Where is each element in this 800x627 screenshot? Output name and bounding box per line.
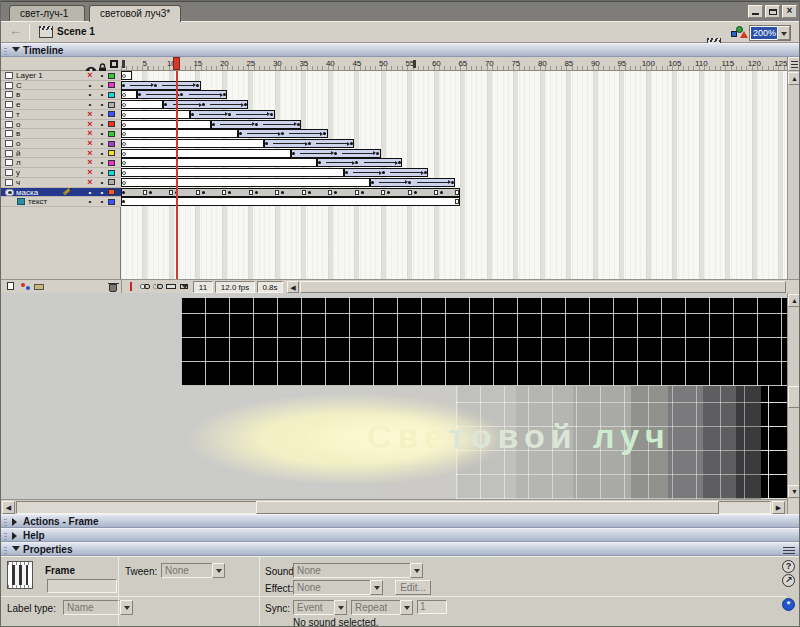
frame-track-маска[interactable] xyxy=(121,188,787,198)
insert-layer-button[interactable] xyxy=(5,281,18,292)
layer-hidden-toggle[interactable]: × xyxy=(85,71,95,80)
restore-button[interactable] xyxy=(765,5,780,18)
keyframe[interactable] xyxy=(122,84,125,87)
frame-track-ч[interactable] xyxy=(121,178,787,188)
onion-skin-button[interactable] xyxy=(139,281,152,292)
vscroll-thumb[interactable] xyxy=(788,386,800,408)
effect-select[interactable]: None xyxy=(293,580,383,595)
frame-track-в[interactable] xyxy=(121,129,787,139)
stage-vertical-scrollbar[interactable]: ▲ ▼ xyxy=(787,293,800,514)
frame-view-menu-button[interactable] xyxy=(788,57,800,71)
empty-keyframe[interactable] xyxy=(122,123,126,127)
empty-keyframe[interactable] xyxy=(122,74,126,78)
frame-track-л[interactable] xyxy=(121,158,787,168)
edit-multiple-frames-button[interactable] xyxy=(165,281,178,292)
zoom-dropdown-arrow[interactable] xyxy=(777,26,790,40)
keyframe[interactable] xyxy=(191,113,194,116)
empty-keyframe[interactable] xyxy=(122,113,126,117)
add-motion-guide-button[interactable] xyxy=(19,281,32,292)
keyframe[interactable] xyxy=(281,191,284,194)
hscroll-thumb[interactable] xyxy=(256,501,719,514)
layer-hidden-toggle[interactable]: × xyxy=(85,120,95,129)
minimize-button[interactable] xyxy=(748,5,763,18)
frame-span[interactable] xyxy=(121,197,460,206)
frame-span[interactable] xyxy=(121,178,370,187)
document-tab[interactable]: свет-луч-1 xyxy=(9,5,85,22)
frame-span[interactable] xyxy=(121,139,264,148)
blank-keyframe[interactable] xyxy=(434,190,438,195)
frame-track-Layer 1[interactable] xyxy=(121,71,787,81)
blank-keyframe[interactable] xyxy=(143,190,147,195)
keyframe[interactable] xyxy=(196,84,199,87)
layer-row-е[interactable]: е•• xyxy=(1,100,121,110)
keyframe[interactable] xyxy=(255,123,258,126)
sound-loop-select[interactable]: Repeat xyxy=(351,600,413,615)
onion-skin-outlines-button[interactable] xyxy=(152,281,165,292)
keyframe[interactable] xyxy=(350,142,353,145)
frame-rate-indicator[interactable]: 12.0 fps xyxy=(215,281,255,293)
keyframe[interactable] xyxy=(212,123,215,126)
frame-track-т[interactable] xyxy=(121,110,787,120)
empty-keyframe[interactable] xyxy=(122,142,126,146)
keyframe[interactable] xyxy=(228,113,231,116)
layer-row-л[interactable]: л×• xyxy=(1,158,121,168)
keyframe[interactable] xyxy=(382,171,385,174)
accessibility-icon[interactable]: * xyxy=(782,598,795,611)
edit-symbols-icon[interactable] xyxy=(731,26,747,39)
layer-visible-toggle[interactable]: • xyxy=(85,90,95,99)
blank-keyframe[interactable] xyxy=(355,190,359,195)
layer-outline-color[interactable] xyxy=(108,141,115,147)
delete-layer-trash-icon[interactable] xyxy=(107,281,120,292)
frame-span[interactable] xyxy=(121,120,211,129)
close-button[interactable]: × xyxy=(782,5,797,18)
panel-menu-icon[interactable] xyxy=(783,545,795,555)
layer-visible-toggle[interactable]: • xyxy=(85,197,95,206)
loop-count-input[interactable]: 1 xyxy=(417,600,447,614)
blank-keyframe[interactable] xyxy=(455,190,459,195)
layer-outline-color[interactable] xyxy=(108,73,115,79)
keyframe[interactable] xyxy=(255,191,258,194)
layer-hidden-toggle[interactable]: × xyxy=(85,149,95,158)
onion-start-marker[interactable] xyxy=(122,60,125,68)
keyframe[interactable] xyxy=(361,191,364,194)
keyframe[interactable] xyxy=(122,191,125,194)
timeline-hscroll-thumb[interactable] xyxy=(300,281,786,293)
onion-end-marker[interactable] xyxy=(413,60,416,68)
stage-work-area[interactable]: Световой луч ◀ ▶ ▲ ▼ xyxy=(1,293,800,514)
actions-panel-bar[interactable]: Actions - Frame xyxy=(1,514,800,528)
frame-span[interactable] xyxy=(121,110,190,119)
blank-keyframe[interactable] xyxy=(455,199,459,204)
empty-keyframe[interactable] xyxy=(122,132,126,136)
frame-track-о[interactable] xyxy=(121,120,787,130)
layer-row-т[interactable]: т×• xyxy=(1,110,121,120)
layer-lock-toggle[interactable]: • xyxy=(97,197,107,206)
frame-track-в[interactable] xyxy=(121,90,787,100)
frame-span[interactable] xyxy=(121,100,163,109)
layer-outline-color[interactable] xyxy=(108,199,115,205)
zoom-level-select[interactable]: 200% xyxy=(749,25,791,41)
back-arrow-icon[interactable]: ← xyxy=(9,23,22,38)
scene-name[interactable]: Scene 1 xyxy=(57,26,95,37)
scroll-left-button[interactable]: ◀ xyxy=(2,501,15,514)
keyframe[interactable] xyxy=(202,191,205,194)
center-frame-button[interactable] xyxy=(125,281,138,292)
empty-keyframe[interactable] xyxy=(122,171,126,175)
empty-keyframe[interactable] xyxy=(122,181,126,185)
keyframe[interactable] xyxy=(387,191,390,194)
keyframe[interactable] xyxy=(371,181,374,184)
blank-keyframe[interactable] xyxy=(302,190,306,195)
timeline-vertical-scrollbar[interactable]: ▲ xyxy=(787,57,800,279)
label-type-select[interactable]: Name xyxy=(63,600,133,615)
frame-span[interactable] xyxy=(121,158,317,167)
layer-hidden-toggle[interactable]: × xyxy=(85,129,95,138)
outline-layers-icon[interactable] xyxy=(110,60,118,68)
layer-outline-color[interactable] xyxy=(108,82,115,88)
keyframe[interactable] xyxy=(202,103,205,106)
stage-horizontal-scrollbar[interactable]: ◀ ▶ xyxy=(1,499,787,514)
keyframe[interactable] xyxy=(334,191,337,194)
keyframe[interactable] xyxy=(308,142,311,145)
layer-hidden-toggle[interactable]: × xyxy=(85,168,95,177)
panel-gripper[interactable] xyxy=(4,517,7,526)
scroll-right-button[interactable]: ▶ xyxy=(772,501,785,514)
timeline-title-bar[interactable]: Timeline xyxy=(1,43,800,57)
